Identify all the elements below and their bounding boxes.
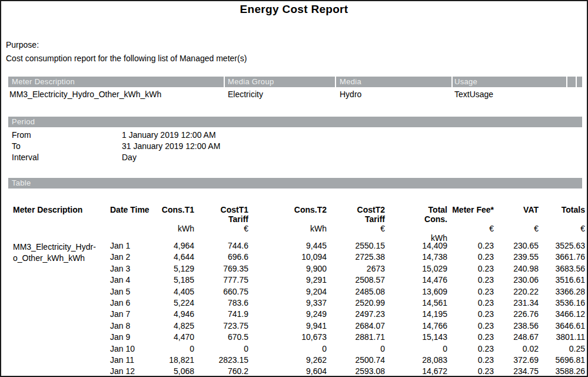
cell-cost-t1: 777.75 — [194, 275, 248, 286]
meter-header-usage: Usage — [453, 77, 566, 87]
cell-cost-t1: 769.35 — [194, 263, 248, 275]
period-rows: From 1 January 2019 12:00 AM To 31 Janua… — [12, 130, 424, 163]
cell-cons-t1: 4,825 — [153, 320, 194, 332]
cell-date-time: Jan 9 — [110, 332, 153, 343]
cell-cost-t2: 2593.08 — [327, 366, 385, 377]
col-header-vat: VAT € — [494, 205, 539, 243]
cell-total-cons: 14,561 — [385, 297, 447, 309]
table-row: Jan 6 5,224 783.6 9,337 2520.99 14,561 0… — [13, 297, 585, 309]
cell-meter-fee: 0.23 — [447, 355, 494, 366]
cell-total-cons: 14,195 — [385, 309, 447, 320]
table-row: Jan 10 0 0 0 0 0 0.23 0.02 0.25 — [13, 343, 585, 355]
cell-total-cons: 14,766 — [385, 320, 447, 332]
cell-cons-t2: 9,445 — [248, 240, 327, 252]
cell-date-time: Jan 11 — [110, 355, 153, 366]
cell-cons-t2: 9,337 — [248, 297, 327, 309]
meter-table-header: Meter Description Media Group Media Usag… — [8, 77, 582, 87]
cell-vat: 372.69 — [494, 355, 539, 366]
cell-date-time: Jan 8 — [110, 320, 153, 332]
cell-cons-t2: 9,604 — [248, 366, 327, 377]
cell-cost-t1: 741.9 — [194, 309, 248, 320]
col-header-totals: Totals € — [539, 205, 585, 243]
cell-vat: 0.02 — [494, 343, 539, 355]
col-header-meter-description: Meter Description — [13, 205, 110, 243]
cell-cons-t1: 5,224 — [153, 297, 194, 309]
cell-cost-t2: 2508.57 — [327, 275, 385, 286]
cell-meter-fee: 0.23 — [447, 332, 494, 343]
cell-cost-t1: 783.6 — [194, 297, 248, 309]
unit-meter-fee: € — [447, 224, 494, 233]
table-row: Jan 8 4,825 723.75 9,941 2684.07 14,766 … — [13, 320, 585, 332]
table-row: Jan 7 4,946 741.9 9,249 2497.23 14,195 0… — [13, 309, 585, 320]
period-row-to: To 31 January 2019 12:00 AM — [12, 141, 424, 152]
report-table-header: Meter Description Date Time Cons.T1 kWh … — [13, 205, 585, 243]
cell-cons-t1: 5,068 — [153, 366, 194, 377]
cell-cons-t2: 9,900 — [248, 263, 327, 275]
table-row: Jan 11 18,821 2823.15 9,262 2500.74 28,0… — [13, 355, 585, 366]
cell-vat: 239.55 — [494, 252, 539, 263]
period-value: Day — [122, 152, 424, 163]
cell-cost-t1: 660.75 — [194, 286, 248, 297]
cell-total-cons: 14,672 — [385, 366, 447, 377]
cell-date-time: Jan 6 — [110, 297, 153, 309]
col-header-cons-t2: Cons.T2 kWh — [248, 205, 327, 243]
period-row-interval: Interval Day — [12, 152, 424, 163]
period-value: 31 January 2019 12:00 AM — [122, 141, 424, 152]
cell-meter-fee: 0.23 — [447, 263, 494, 275]
cell-meter-fee: 0.23 — [447, 343, 494, 355]
cell-date-time: Jan 5 — [110, 286, 153, 297]
cell-cons-t2: 9,291 — [248, 275, 327, 286]
unit-cons-t2: kWh — [248, 224, 327, 233]
meter-header-spacer — [567, 77, 576, 87]
cell-totals: 0.25 — [539, 343, 585, 355]
period-section-header: Period — [8, 117, 582, 127]
cell-vat: 248.67 — [494, 332, 539, 343]
col-header-meter-fee: Meter Fee* € — [447, 205, 494, 243]
report-page: Energy Cost Report Purpose: Cost consump… — [0, 0, 588, 377]
cell-cost-t1: 744.6 — [194, 240, 248, 252]
cell-totals: 3516.61 — [539, 275, 585, 286]
cell-cons-t1: 18,821 — [153, 355, 194, 366]
meter-header-spacer — [577, 77, 582, 87]
unit-cost-t1: € — [194, 224, 248, 233]
report-table-body: MM3_Electricity_Hydr- o_Other_kWh_kWh Ja… — [13, 240, 585, 377]
cell-date-time: Jan 7 — [110, 309, 153, 320]
cell-total-cons: 0 — [385, 343, 447, 355]
unit-vat: € — [494, 224, 539, 233]
cell-meter-fee: 0.23 — [447, 366, 494, 377]
period-label: Interval — [12, 152, 122, 163]
cell-cost-t2: 2881.71 — [327, 332, 385, 343]
cell-meter-fee: 0.23 — [447, 275, 494, 286]
cell-cost-t1: 0 — [194, 343, 248, 355]
cell-cons-t2: 9,262 — [248, 355, 327, 366]
cell-vat: 220.22 — [494, 286, 539, 297]
cell-totals: 3801.11 — [539, 332, 585, 343]
table-row: Jan 3 5,129 769.35 9,900 2673 15,029 0.2… — [13, 263, 585, 275]
cell-cons-t1: 4,644 — [153, 252, 194, 263]
cell-cost-t2: 2500.74 — [327, 355, 385, 366]
cell-cons-t1: 4,946 — [153, 309, 194, 320]
cell-date-time: Jan 1 — [110, 240, 153, 252]
cell-cons-t2: 10,094 — [248, 252, 327, 263]
cell-total-cons: 15,029 — [385, 263, 447, 275]
cell-cost-t2: 2725.38 — [327, 252, 385, 263]
period-label: From — [12, 130, 122, 141]
cell-totals: 3661.76 — [539, 252, 585, 263]
table-row: Jan 9 4,470 670.5 10,673 2881.71 15,143 … — [13, 332, 585, 343]
cell-date-time: Jan 10 — [110, 343, 153, 355]
cell-vat: 226.76 — [494, 309, 539, 320]
cell-vat: 230.65 — [494, 240, 539, 252]
cell-cost-t2: 2497.23 — [327, 309, 385, 320]
meter-header-media-group: Media Group — [225, 77, 335, 87]
period-label: To — [12, 141, 122, 152]
cell-totals: 3588.26 — [539, 366, 585, 377]
table-meter-description: MM3_Electricity_Hydr- o_Other_kWh_kWh — [13, 242, 110, 264]
unit-cost-t2: € — [327, 224, 385, 233]
cell-cons-t1: 4,964 — [153, 240, 194, 252]
purpose-label: Purpose: — [6, 40, 39, 49]
col-header-cost-t1: CostT1 Tariff € — [194, 205, 248, 243]
cell-total-cons: 14,738 — [385, 252, 447, 263]
cell-cons-t2: 9,941 — [248, 320, 327, 332]
cell-cons-t1: 4,470 — [153, 332, 194, 343]
cell-date-time: Jan 2 — [110, 252, 153, 263]
